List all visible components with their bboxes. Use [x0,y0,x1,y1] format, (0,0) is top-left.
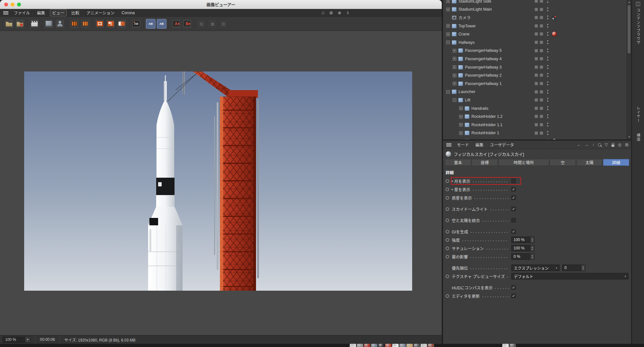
layer-toggle[interactable] [535,8,538,11]
zoom-dropdown-button[interactable] [25,337,31,343]
object-row[interactable]: Lift [443,96,631,104]
expand-icon[interactable] [459,131,463,135]
expand-icon[interactable] [459,123,463,127]
collapse-icon[interactable] [446,90,450,94]
search-icon[interactable] [598,143,601,146]
animation-dot[interactable] [446,238,449,242]
object-row[interactable]: PassengerHallway 3 [443,63,631,71]
attribute-tab[interactable]: 時間と場所 [498,159,549,166]
visibility-dots[interactable] [547,123,548,127]
visibility-dots[interactable] [547,114,548,118]
nav-last-button[interactable]: ▥ [219,19,228,29]
animation-dot[interactable] [446,219,449,222]
set-a-button[interactable]: A [171,19,181,29]
object-row[interactable]: Hallways [443,38,631,47]
animation-dot[interactable] [446,196,449,200]
visibility-dots[interactable] [547,15,548,19]
visibility-dots[interactable] [547,7,548,11]
visibility-dots[interactable] [547,57,548,61]
viewer-menu-item[interactable]: 比較 [69,9,82,16]
material-thumb[interactable] [399,344,406,347]
checkbox[interactable] [511,187,516,192]
object-row[interactable]: PassengerHallway 4 [443,55,631,63]
save-image-button[interactable] [15,19,25,29]
animation-dot[interactable] [446,247,449,250]
layer-toggle[interactable] [535,115,538,118]
up-icon[interactable]: ↑ [592,142,594,147]
expand-icon[interactable] [446,0,450,3]
expand-icon[interactable] [459,107,463,110]
compare-split-button[interactable] [106,19,116,29]
expand-icon[interactable] [453,57,456,61]
visibility-dots[interactable] [547,90,548,94]
visibility-dots[interactable] [547,98,548,102]
filter-b-button[interactable] [80,19,90,29]
checkbox[interactable] [511,207,516,211]
compare-overlay-button[interactable] [117,19,127,29]
checkbox[interactable] [511,294,516,298]
camera-tag-icon[interactable] [552,15,557,20]
render-toggle[interactable] [540,131,543,135]
material-thumb[interactable] [392,344,399,347]
visibility-dots[interactable] [547,65,548,69]
dock-tab[interactable]: 構造 [636,133,641,141]
stepper-buttons[interactable] [530,237,535,243]
material-thumb[interactable] [413,344,420,347]
expand-arrow-icon[interactable] [452,188,453,191]
visibility-dots[interactable] [547,131,548,135]
animation-dot[interactable] [446,207,449,211]
minimize-button[interactable] [11,3,14,6]
layer-toggle[interactable] [535,123,538,127]
expand-icon[interactable] [446,24,450,28]
expand-arrow-icon[interactable] [452,179,453,183]
render-toggle[interactable] [540,123,543,127]
material-thumb[interactable] [350,344,356,347]
layer-toggle[interactable] [535,131,538,135]
scroll-up-icon[interactable] [627,0,631,5]
render-toggle[interactable] [540,90,543,94]
render-toggle[interactable] [540,8,543,11]
view-b-button[interactable]: AB [157,19,166,29]
layer-toggle[interactable] [535,98,538,102]
set-b-button[interactable]: B [182,19,192,29]
attribute-menu-icon[interactable] [446,143,451,146]
back-icon[interactable]: ← [577,142,581,147]
dock-tab[interactable]: レイヤー [636,106,641,122]
layer-toggle[interactable] [535,107,538,110]
layer-toggle[interactable] [535,65,538,69]
new-panel-icon[interactable]: ⊞ [625,142,629,147]
render-toggle[interactable] [540,41,543,44]
attribute-tab[interactable]: 基本 [445,159,471,166]
checkbox[interactable] [511,218,516,222]
visibility-dots[interactable] [547,0,548,3]
layer-toggle[interactable] [535,16,538,19]
render-toggle[interactable] [540,82,543,85]
nav-first-button[interactable]: ▤ [197,19,206,29]
new-view-icon[interactable]: ⊞ [329,11,333,15]
stack-button[interactable] [44,19,54,29]
layer-toggle[interactable] [535,73,538,77]
material-thumb[interactable] [378,344,384,347]
checkbox[interactable] [511,179,516,183]
checkbox[interactable] [511,285,516,290]
render-toggle[interactable] [540,32,543,36]
visibility-dots[interactable] [547,49,548,52]
viewer-menu-item[interactable]: ファイル [12,9,32,16]
layer-toggle[interactable] [535,0,538,3]
render-toggle[interactable] [540,16,543,19]
zoom-level[interactable]: 100 % [3,337,25,343]
object-row[interactable]: Crane [443,30,631,38]
checkbox[interactable] [511,195,516,200]
object-row[interactable]: TopTower [443,22,631,30]
save-view-icon[interactable]: ⇩ [346,11,349,15]
material-thumb[interactable] [357,344,363,347]
open-image-button[interactable] [4,19,14,29]
material-thumb[interactable] [502,344,509,347]
layer-toggle[interactable] [535,82,538,85]
material-thumb[interactable] [371,344,377,347]
render-toggle[interactable] [540,73,543,77]
attribute-tab[interactable]: 空 [550,159,576,166]
zoom-window-button[interactable] [17,3,21,6]
scroll-down-icon[interactable] [627,135,631,139]
animation-dot[interactable] [446,255,449,258]
